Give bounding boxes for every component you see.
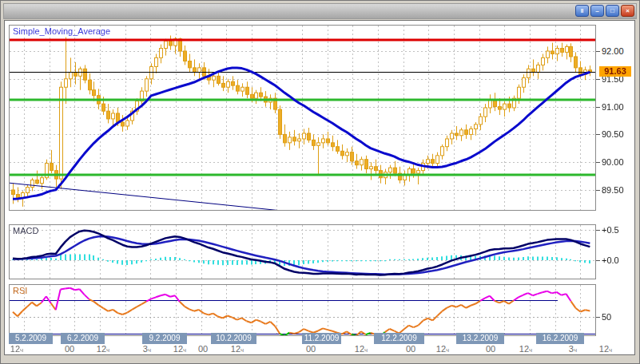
minimize-button[interactable]: – xyxy=(590,5,604,17)
axis-tick xyxy=(596,190,600,191)
close-button[interactable]: × xyxy=(621,5,634,17)
main-chart-canvas[interactable] xyxy=(10,26,595,210)
rsi-canvas[interactable] xyxy=(10,285,595,335)
time-label: 00 xyxy=(56,344,83,354)
time-label: 00 xyxy=(477,344,504,354)
time-label: 12ч xyxy=(512,344,539,354)
price-tick-label: 90.50 xyxy=(602,129,638,139)
window-buttons: ‖–□× xyxy=(575,5,634,17)
time-label: 12ч xyxy=(348,344,375,354)
date-box: 9.2.2009 xyxy=(142,333,187,344)
date-box: 10.2.2009 xyxy=(211,333,256,344)
price-tick-label: 92.00 xyxy=(602,46,638,56)
time-label: 12ч xyxy=(3,344,30,354)
axis-tick xyxy=(596,230,600,231)
date-box: 11.2.2009 xyxy=(302,333,341,344)
macd-indicator-label: MACD xyxy=(13,226,38,235)
time-label: 12ч xyxy=(592,344,619,354)
price-tick-label: 89.50 xyxy=(602,185,638,195)
macd-panel[interactable]: MACD xyxy=(9,224,596,279)
current-price-badge: 91.63 xyxy=(599,66,631,77)
rsi-indicator-label: RSI xyxy=(13,286,27,295)
axis-tick xyxy=(596,51,600,52)
time-label: 00 xyxy=(189,344,217,354)
pause-button[interactable]: ‖ xyxy=(575,5,589,17)
axis-tick xyxy=(596,317,600,318)
macd-tick-label: +0.0 xyxy=(602,255,638,265)
sma-indicator-label: Simple_Moving_Average xyxy=(13,26,110,36)
title-bar[interactable]: График USD /JPY ЧАС xyxy=(3,3,637,19)
main-chart-panel[interactable]: Simple_Moving_Average xyxy=(9,25,596,211)
axis-tick xyxy=(596,107,600,108)
rsi-panel[interactable]: RSI xyxy=(9,284,596,336)
price-tick-label: 90.00 xyxy=(602,157,638,167)
date-box: 6.2.2009 xyxy=(61,333,105,344)
date-box: 12.2.2009 xyxy=(374,333,424,344)
date-box: 16.2.2009 xyxy=(536,333,584,344)
axis-tick xyxy=(596,79,600,80)
time-label: 3ч xyxy=(133,344,161,354)
rsi-tick-label: 50 xyxy=(602,312,638,322)
date-box: 13.2.2009 xyxy=(456,333,504,344)
time-label: 12ч xyxy=(224,344,251,354)
time-label: 3ч xyxy=(559,344,586,354)
axis-tick xyxy=(596,260,600,261)
macd-tick-label: +0.5 xyxy=(602,225,638,235)
time-label: 00 xyxy=(397,344,424,354)
time-label: 12ч xyxy=(429,344,456,354)
restore-button[interactable]: □ xyxy=(606,5,619,17)
chart-window: График USD /JPY ЧАС ‖–□× Simple_Moving_A… xyxy=(0,0,640,364)
date-box: 5.2.2009 xyxy=(9,333,53,344)
macd-canvas[interactable] xyxy=(10,225,595,279)
axis-tick xyxy=(596,134,600,135)
time-label: 00 xyxy=(297,344,324,354)
axis-tick xyxy=(596,162,600,163)
time-label: 12ч xyxy=(89,344,117,354)
price-tick-label: 91.00 xyxy=(602,102,638,112)
